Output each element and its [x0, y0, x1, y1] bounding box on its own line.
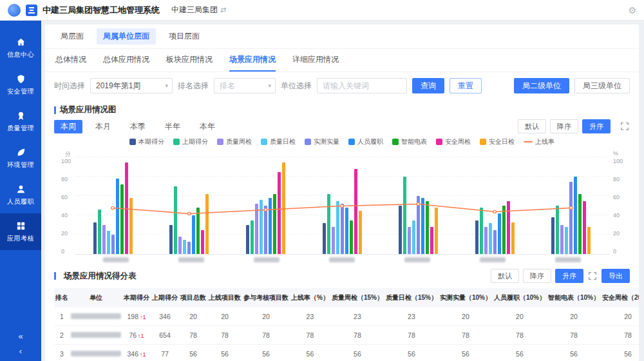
bar[interactable] [430, 227, 433, 254]
bar[interactable] [475, 220, 478, 255]
collapse-double-chevron-icon[interactable]: « [18, 331, 23, 341]
sidebar-item-home[interactable]: 信息中心 [0, 30, 41, 66]
sub-tab-2[interactable]: 板块应用情况 [166, 54, 213, 72]
fullscreen-icon[interactable] [620, 121, 630, 132]
period-tab-4[interactable]: 本年 [193, 120, 222, 133]
bar[interactable] [341, 204, 344, 254]
bar[interactable] [260, 200, 263, 254]
sidebar-item-apps[interactable]: 应用考核 [0, 213, 41, 250]
level2-units-button[interactable]: 局二级单位 [514, 78, 569, 93]
period-tab-1[interactable]: 本月 [89, 120, 117, 133]
org-switcher[interactable]: 中建三局集团 ⇄ [171, 5, 226, 15]
legend-item[interactable]: 安全周检 [436, 137, 471, 146]
legend-item[interactable]: 实测实量 [305, 137, 339, 146]
bar[interactable] [196, 208, 200, 254]
bar[interactable] [187, 242, 191, 255]
bar[interactable] [565, 227, 568, 254]
bar[interactable] [574, 177, 577, 254]
rank-select[interactable]: 排名 ▾ [214, 78, 276, 93]
bar[interactable] [169, 225, 173, 254]
time-select[interactable]: 2019年第1周 ▾ [90, 78, 173, 93]
legend-item[interactable]: 本期得分 [129, 137, 164, 146]
bar[interactable] [493, 230, 497, 255]
bar[interactable] [551, 217, 554, 254]
bar[interactable] [201, 230, 204, 255]
bar[interactable] [556, 206, 559, 254]
bar[interactable] [359, 211, 362, 255]
legend-item[interactable]: 上期得分 [173, 137, 208, 146]
sub-tab-4[interactable]: 详细应用情况 [292, 54, 339, 72]
bar[interactable] [323, 223, 326, 254]
bar[interactable] [426, 201, 429, 255]
bar[interactable] [417, 196, 420, 254]
bar[interactable] [129, 198, 133, 254]
level3-units-button[interactable]: 局三级单位 [574, 78, 630, 93]
sort-desc-button[interactable]: 降序 [523, 269, 551, 283]
bar[interactable] [251, 220, 254, 255]
bar[interactable] [327, 194, 330, 254]
bar[interactable] [587, 227, 591, 254]
bar[interactable] [246, 225, 249, 254]
user-avatar[interactable] [8, 4, 21, 17]
bar[interactable] [107, 231, 110, 254]
bar[interactable] [282, 162, 285, 255]
bar[interactable] [178, 237, 182, 254]
query-button[interactable]: 查询 [412, 78, 444, 93]
sub-tab-3[interactable]: 场景应用情况 [229, 54, 276, 72]
bar[interactable] [273, 194, 276, 254]
bar[interactable] [205, 194, 209, 254]
period-tab-2[interactable]: 本季 [124, 120, 152, 133]
bar[interactable] [511, 222, 515, 255]
bar[interactable] [403, 177, 406, 254]
bar[interactable] [98, 210, 101, 254]
sidebar-item-person[interactable]: 人员履职 [0, 177, 41, 213]
bar[interactable] [192, 215, 195, 254]
period-tab-3[interactable]: 半年 [158, 120, 187, 133]
bar[interactable] [93, 222, 97, 255]
bar[interactable] [269, 198, 272, 254]
sidebar-item-shield[interactable]: 安全管理 [0, 66, 41, 103]
fullscreen-icon[interactable] [587, 271, 598, 281]
bar[interactable] [111, 235, 115, 254]
bar[interactable] [583, 201, 586, 255]
level-tab-0[interactable]: 局层面 [54, 28, 90, 44]
bar[interactable] [412, 220, 415, 255]
bar[interactable] [498, 213, 501, 254]
bar[interactable] [408, 227, 411, 254]
sub-tab-1[interactable]: 总体应用情况 [103, 54, 149, 72]
bar[interactable] [507, 201, 510, 255]
legend-item[interactable]: 质量日检 [261, 137, 296, 146]
bar[interactable] [332, 227, 335, 254]
level-tab-1[interactable]: 局属单位层面 [97, 28, 156, 44]
unit-search-input[interactable] [317, 78, 407, 93]
bar[interactable] [484, 227, 488, 254]
sort-default-button[interactable]: 默认 [518, 119, 546, 133]
bar[interactable] [174, 186, 177, 254]
sort-asc-button[interactable]: 升序 [555, 269, 583, 283]
bar[interactable] [120, 184, 124, 254]
bar[interactable] [399, 206, 402, 254]
legend-item[interactable]: 质量周检 [217, 137, 252, 146]
sort-default-button[interactable]: 默认 [491, 269, 519, 283]
bar[interactable] [336, 201, 339, 255]
bar[interactable] [264, 206, 267, 254]
bar[interactable] [116, 179, 119, 254]
bar[interactable] [102, 225, 106, 254]
reset-button[interactable]: 重置 [450, 78, 482, 93]
bar[interactable] [480, 208, 483, 254]
sort-asc-button[interactable]: 升序 [582, 119, 611, 133]
gear-icon[interactable]: ⚙ [628, 5, 636, 15]
bar[interactable] [345, 208, 348, 254]
bar[interactable] [255, 204, 258, 254]
bar[interactable] [350, 220, 353, 255]
bar[interactable] [569, 182, 573, 255]
bar[interactable] [125, 162, 128, 255]
legend-item[interactable]: 安全日检 [480, 137, 515, 146]
legend-item[interactable]: 人员履职 [348, 137, 383, 146]
bar[interactable] [435, 208, 438, 254]
bar[interactable] [183, 240, 186, 255]
bar[interactable] [560, 225, 564, 254]
export-button[interactable]: 导出 [601, 269, 630, 283]
sort-desc-button[interactable]: 降序 [550, 119, 578, 133]
sidebar-item-medal[interactable]: 质量管理 [0, 103, 41, 140]
